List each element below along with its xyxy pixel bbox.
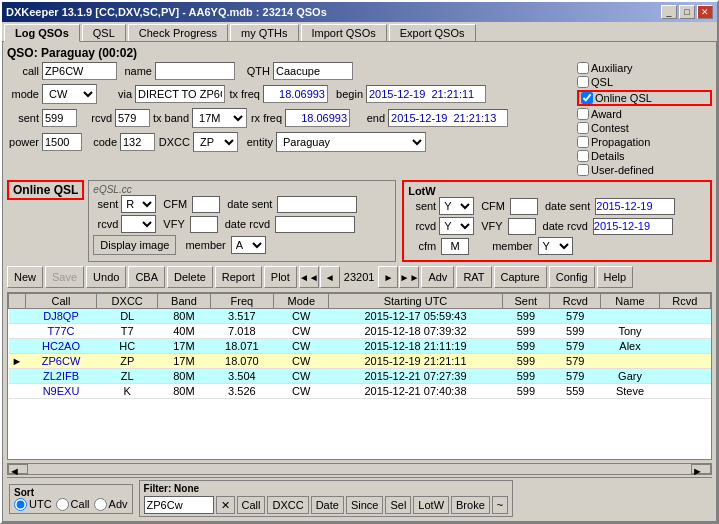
lotw-sent-select[interactable]: Y [439,197,474,215]
col-sent[interactable]: Sent [502,294,549,309]
filter-clear-button[interactable]: ✕ [216,496,235,514]
filter-call-button[interactable]: Call [237,496,266,514]
scroll-right-btn[interactable]: ► [691,464,711,474]
filter-input[interactable] [144,496,214,514]
table-row[interactable]: T77C T7 40M 7.018 CW 2015-12-18 07:39:32… [9,324,711,339]
eqsl-cfm-input[interactable] [192,196,220,213]
col-mode[interactable]: Mode [274,294,329,309]
adv-button[interactable]: Adv [421,266,454,288]
lotw-rcvd-select[interactable]: Y [439,217,474,235]
new-button[interactable]: New [7,266,43,288]
col-band[interactable]: Band [158,294,210,309]
filter-date-button[interactable]: Date [311,496,344,514]
dxcc-select[interactable]: ZP [193,132,238,152]
delete-button[interactable]: Delete [167,266,213,288]
col-utc[interactable]: Starting UTC [329,294,502,309]
plot-button[interactable]: Plot [264,266,297,288]
filter-tilde-button[interactable]: ~ [492,496,508,514]
table-row[interactable]: ZL2IFB ZL 80M 3.504 CW 2015-12-21 07:27:… [9,369,711,384]
minimize-button[interactable]: _ [661,5,677,19]
lotw-member-select[interactable]: Y [538,237,573,255]
maximize-button[interactable]: □ [679,5,695,19]
propagation-check[interactable]: Propagation [577,136,712,148]
table-row[interactable]: ► ZP6CW ZP 17M 18.070 CW 2015-12-19 21:2… [9,354,711,369]
tab-log-qsos[interactable]: Log QSOs [4,24,80,42]
lotw-cfm-input[interactable] [510,198,538,215]
eqsl-date-rcvd-input[interactable] [275,216,355,233]
col-dxcc[interactable]: DXCC [97,294,158,309]
end-input[interactable] [388,109,508,127]
details-check[interactable]: Details [577,150,712,162]
filter-lotw-button[interactable]: LotW [413,496,449,514]
nav-first-button[interactable]: ◄◄ [299,266,319,288]
eqsl-date-sent-input[interactable] [277,196,357,213]
eqsl-rcvd-select[interactable] [121,215,156,233]
filter-since-button[interactable]: Since [346,496,384,514]
table-row[interactable]: DJ8QP DL 80M 3.517 CW 2015-12-17 05:59:4… [9,309,711,324]
scroll-left-btn[interactable]: ◄ [8,464,28,474]
cba-button[interactable]: CBA [128,266,165,288]
user-defined-check[interactable]: User-defined [577,164,712,176]
auxiliary-checkbox[interactable] [577,62,589,74]
lotw-vfy-input[interactable] [508,218,536,235]
sent-input[interactable] [42,109,77,127]
filter-broke-button[interactable]: Broke [451,496,490,514]
sort-utc-radio[interactable]: UTC [14,498,52,511]
table-row[interactable]: HC2AO HC 17M 18.071 CW 2015-12-18 21:11:… [9,339,711,354]
eqsl-sent-select[interactable]: R [121,195,156,213]
sort-adv-radio[interactable]: Adv [94,498,128,511]
award-check[interactable]: Award [577,108,712,120]
tab-check-progress[interactable]: Check Progress [128,24,228,41]
filter-dxcc-button[interactable]: DXCC [267,496,308,514]
horizontal-scrollbar[interactable]: ◄ ► [7,463,712,475]
award-checkbox[interactable] [577,108,589,120]
col-rcvd[interactable]: Rcvd [550,294,601,309]
online-qsl-checkbox[interactable] [581,92,593,104]
close-button[interactable]: ✕ [697,5,713,19]
col-name[interactable]: Name [601,294,659,309]
qso-table-container[interactable]: Call DXCC Band Freq Mode Starting UTC Se… [7,292,712,460]
help-button[interactable]: Help [597,266,634,288]
name-input[interactable] [155,62,235,80]
code-input[interactable] [120,133,155,151]
nav-last-button[interactable]: ►► [399,266,419,288]
propagation-checkbox[interactable] [577,136,589,148]
lotw-cfm2-input[interactable] [441,238,469,255]
col-freq[interactable]: Freq [210,294,274,309]
details-checkbox[interactable] [577,150,589,162]
begin-input[interactable] [366,85,486,103]
tab-export-qsos[interactable]: Export QSOs [389,24,476,41]
rat-button[interactable]: RAT [456,266,491,288]
qth-input[interactable] [273,62,353,80]
capture-button[interactable]: Capture [494,266,547,288]
eqsl-member-select[interactable]: A [231,236,266,254]
display-image-button[interactable]: Display image [93,235,176,255]
online-qsl-check[interactable]: Online QSL [577,90,712,106]
txfreq-input[interactable] [263,85,328,103]
entity-select[interactable]: Paraguay [276,132,426,152]
txband-select[interactable]: 17M [192,108,247,128]
config-button[interactable]: Config [549,266,595,288]
filter-sel-button[interactable]: Sel [385,496,411,514]
table-row[interactable]: N9EXU K 80M 3.526 CW 2015-12-21 07:40:38… [9,384,711,399]
nav-prev-button[interactable]: ◄ [320,266,340,288]
contest-check[interactable]: Contest [577,122,712,134]
sort-utc-input[interactable] [14,498,27,511]
call-input[interactable] [42,62,117,80]
auxiliary-check[interactable]: Auxiliary [577,62,712,74]
mode-select[interactable]: CW [42,84,97,104]
eqsl-vfy-input[interactable] [190,216,218,233]
qsl-check[interactable]: QSL [577,76,712,88]
tab-import-qsos[interactable]: Import QSOs [301,24,387,41]
save-button[interactable]: Save [45,266,84,288]
lotw-date-sent-input[interactable] [595,198,675,215]
col-call[interactable]: Call [25,294,96,309]
report-button[interactable]: Report [215,266,262,288]
rxfreq-input[interactable] [285,109,350,127]
col-rcvd2[interactable]: Rcvd [659,294,710,309]
tab-my-qths[interactable]: my QTHs [230,24,298,41]
sort-call-radio[interactable]: Call [56,498,90,511]
sort-adv-input[interactable] [94,498,107,511]
user-defined-checkbox[interactable] [577,164,589,176]
undo-button[interactable]: Undo [86,266,126,288]
